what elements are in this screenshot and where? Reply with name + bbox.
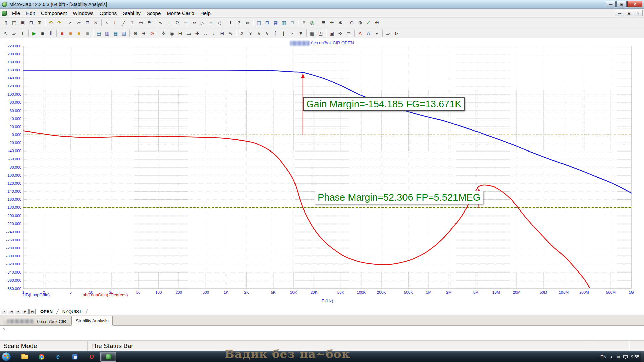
cut-button[interactable]: ✂ [66,19,75,27]
probe-power-button[interactable]: ■ [75,29,83,37]
paste-button[interactable]: ⊡ [83,19,92,27]
show-desktop-button[interactable] [641,351,644,362]
print-preview-button[interactable]: ⊞ [35,19,44,27]
transistor-button[interactable]: ⋔ [207,19,215,27]
tokens-button[interactable]: ⊟ [176,29,184,37]
menu-windows[interactable]: Windows [70,9,97,17]
waveform-properties-button[interactable]: ▦ [111,29,120,37]
micro-cap-taskbar-button[interactable] [100,352,116,362]
mdi-close-button[interactable]: × [634,10,643,16]
tag-horizontal-button[interactable]: ↔ [201,29,210,37]
previous-plot-button[interactable]: ◀ [15,309,21,314]
ruler-button[interactable]: ▭ [184,29,193,37]
mdi-minimize-button[interactable]: — [615,10,624,16]
find-high-button[interactable]: ⌈ [271,29,280,37]
copy-graph-button[interactable]: ▱ [384,29,392,37]
keyboard-layout-icon[interactable]: ▤ [616,355,620,359]
scope-grid-button[interactable]: ▩ [308,29,316,37]
tracker-button[interactable]: ⊞ [218,29,226,37]
maximize-window-button[interactable]: □ [288,19,297,27]
go-to-y-button[interactable]: Y [246,29,255,37]
settings-button[interactable]: ✱ [336,19,344,27]
zoom-out-button[interactable]: ⊖ [140,29,148,37]
split-vertical-button[interactable]: ⊟ [263,19,271,27]
probe-voltage-button[interactable]: ■ [58,29,66,37]
magnify-region-button[interactable]: ◻ [344,29,353,37]
opera-taskbar-button[interactable]: O [84,352,100,362]
redo-button[interactable]: ↷ [55,19,63,27]
next-point-button[interactable]: › [288,29,297,37]
text-mode-button[interactable]: T [128,19,137,27]
windows-explorer-taskbar-button[interactable] [16,352,33,362]
repeat-find-button[interactable]: ⊚ [356,19,364,27]
next-plot-button[interactable]: ▶ [22,309,29,314]
show-hidden-icons-button[interactable]: ▲ [610,355,613,359]
scale-mode-button[interactable]: ◳ [316,29,325,37]
menu-scope[interactable]: Scope [144,9,164,17]
find-peak-button[interactable]: ∧ [255,29,263,37]
chrome-taskbar-button[interactable] [33,352,49,362]
annotate-text-button[interactable]: T [18,29,27,37]
wire-mode-button[interactable]: ∟ [111,19,120,27]
tile-windows-button[interactable]: ▥ [280,19,288,27]
select-mode-button[interactable]: ↖ [103,19,111,27]
zoom-in-button[interactable]: ⊕ [131,29,140,37]
measurement-dropdown-button[interactable]: ▼ [297,29,305,37]
export-button[interactable]: ⊳ [392,29,401,37]
blue-app-taskbar-button[interactable] [67,352,83,362]
menu-help[interactable]: Help [197,9,214,17]
component-browser-button[interactable]: # [300,19,308,27]
cascade-windows-button[interactable]: ▦ [271,19,280,27]
check-model-button[interactable]: ✓ [364,19,373,27]
file-tab--без-на-бок-cir[interactable]: _без на'бок.CIR [3,317,70,325]
phase-curve-legend[interactable]: ph(LoopGain) (Degrees) [83,293,128,297]
sine-source-button[interactable]: ∿ [156,19,165,27]
network-icon[interactable] [623,355,628,358]
periodic-steady-state-button[interactable]: ∿ [226,29,235,37]
menu-component[interactable]: Component [38,9,70,17]
panel-close-icon[interactable]: × [2,326,5,331]
pan-mode-button[interactable]: ✜ [336,29,344,37]
add-waveform-button[interactable]: ▤ [95,29,103,37]
mdi-restore-button[interactable]: ▣ [625,10,633,16]
info-button[interactable]: ℹ [226,19,235,27]
start-button[interactable] [2,352,11,361]
tag-vertical-button[interactable]: ↕ [210,29,218,37]
font-button[interactable]: A [364,29,373,37]
plus-mark-button[interactable]: ✚ [193,29,201,37]
pause-analysis-button[interactable]: ‖ [47,29,55,37]
macro-button[interactable]: ✠ [373,19,381,27]
menu-edit[interactable]: Edit [23,9,38,17]
first-plot-button[interactable]: |◀ [8,309,14,314]
zoom-fit-button[interactable]: ▣ [328,29,336,37]
clock[interactable]: 9:55 [631,354,639,359]
graphics-tool-button[interactable]: ▱ [10,29,18,37]
calculator-button[interactable]: ≣ [319,19,328,27]
phase-margin-annotation[interactable]: Phase Margin=52.306 FP=5.521MEG [315,191,483,204]
last-plot-button[interactable]: ▶| [29,309,36,314]
find-valley-button[interactable]: ∨ [263,29,271,37]
capacitor-button[interactable]: ⊣ [181,19,190,27]
data-points-button[interactable]: ◉ [168,29,176,37]
file-tab-stability-analysis[interactable]: Stability Analysis [71,316,113,325]
delete-waveform-button[interactable]: ▥ [103,29,111,37]
find-low-button[interactable]: ⌊ [280,29,288,37]
gain-margin-annotation[interactable]: Gain Margin=-154.185 FG=13.671K [303,97,465,111]
menu-file[interactable]: File [9,9,23,17]
find-button[interactable]: ⊙ [347,19,356,27]
plot-list-dropdown-button[interactable]: ▼ [1,309,7,314]
probe-current-button[interactable]: ■ [66,29,75,37]
language-indicator[interactable]: EN [600,354,606,359]
diagonal-wire-button[interactable]: ╱ [120,19,128,27]
run-analysis-button[interactable]: ▶ [30,29,38,37]
close-button[interactable]: × [627,1,642,7]
gain-curve-legend[interactable]: dB(LoopGain) [23,293,50,297]
inductor-button[interactable]: ∾ [190,19,198,27]
new-file-button[interactable]: ▯ [2,19,10,27]
probe-condition-button[interactable]: ■ [83,29,92,37]
ground-button[interactable]: ⊥ [165,19,173,27]
numeric-output-button[interactable]: ▧ [120,29,128,37]
internet-explorer-taskbar-button[interactable]: e [50,352,66,362]
plot-tab-nyquist[interactable]: NYQUIST [58,307,86,315]
plot-tab-open[interactable]: OPEN [36,307,57,315]
